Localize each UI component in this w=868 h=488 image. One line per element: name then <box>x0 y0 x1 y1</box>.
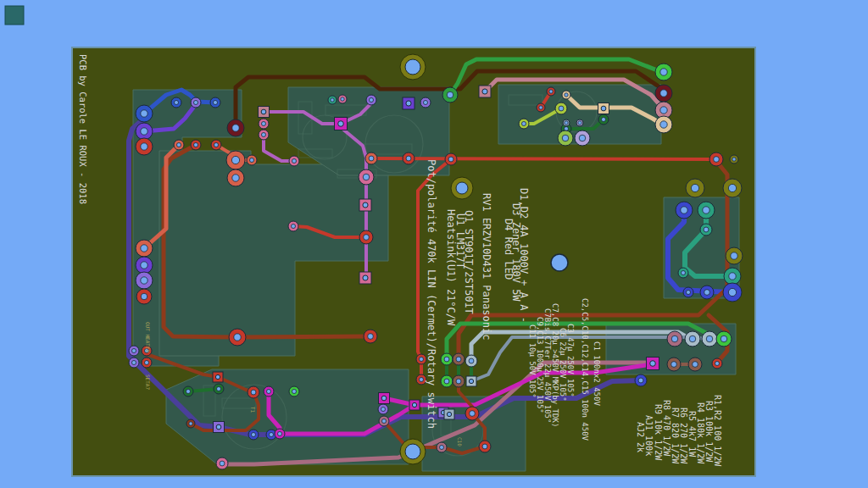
pad-hole <box>703 207 709 214</box>
pad-hole <box>456 379 461 384</box>
pad-hole <box>269 432 273 436</box>
pad-hole <box>562 135 569 141</box>
pad-hole <box>193 142 198 147</box>
pad-hole <box>638 378 643 383</box>
pad-hole <box>578 121 581 125</box>
pad-hole <box>338 121 344 127</box>
pad-hole <box>261 109 266 114</box>
pad-hole <box>174 100 178 104</box>
pad-hole <box>144 360 148 364</box>
pad-hole <box>381 407 385 411</box>
pad-hole <box>704 227 709 232</box>
mounting-hole <box>456 182 468 194</box>
pad-hole <box>521 121 526 125</box>
pad-hole <box>444 357 449 362</box>
pad-hole <box>448 157 453 162</box>
board-label: Q1 ST901T/2ST501T <box>463 210 475 314</box>
pad-hole <box>251 390 256 395</box>
board-label: OUT HEATER <box>145 322 151 353</box>
pad-hole <box>729 273 736 280</box>
pad-hole <box>216 424 221 430</box>
pcb-canvas: PCB by Carole LE ROUX - 2018 Pot/polarit… <box>0 0 868 488</box>
pad-hole <box>141 128 147 135</box>
pad-hole <box>406 156 411 161</box>
pad-hole <box>715 361 719 365</box>
pad-hole <box>363 202 368 208</box>
pad-hole <box>565 93 568 97</box>
board-label: C11 10µ 50V 105° <box>528 324 537 398</box>
board-label: PCB by Carole LE ROUX - 2018 <box>78 54 88 204</box>
pad-hole <box>369 156 374 161</box>
pad-hole <box>141 110 147 117</box>
pad-hole <box>693 362 698 368</box>
pad-hole <box>470 411 476 417</box>
pad-hole <box>482 444 487 449</box>
pad-hole <box>213 100 217 104</box>
pad-hole <box>728 184 736 191</box>
pad-hole <box>341 97 344 101</box>
pad-hole <box>189 422 192 425</box>
board-label: SETA7 <box>145 374 151 390</box>
pad-hole <box>549 90 553 93</box>
pad-hole <box>539 106 542 109</box>
board-label: C2,C5,C10,C12,C14,C15 100n 450V <box>581 298 589 441</box>
trace <box>371 158 716 159</box>
pad-hole <box>482 89 487 94</box>
pad-hole <box>689 336 696 342</box>
mounting-hole <box>405 59 420 75</box>
pad-hole <box>447 92 453 98</box>
pad-hole <box>444 379 449 384</box>
pad-hole <box>731 252 737 259</box>
pad-hole <box>601 106 606 111</box>
pad-hole <box>141 143 147 150</box>
pad-hole <box>363 174 370 180</box>
pad-hole <box>291 224 295 228</box>
board-label: T1 <box>250 407 256 413</box>
pad-hole <box>249 158 253 162</box>
pcb-viewer-screen: PCB by Carole LE ROUX - 2018 Pot/polarit… <box>0 0 868 488</box>
pad-hole <box>447 412 451 416</box>
pad-hole <box>671 336 678 342</box>
origin-marker <box>5 6 24 25</box>
pad-hole <box>412 402 416 407</box>
pad-hole <box>381 419 386 423</box>
board-label: R9 10k 1/2W <box>654 404 663 461</box>
pad-hole <box>215 374 220 379</box>
pad-hole <box>714 157 720 163</box>
pad-hole <box>141 245 147 252</box>
pad-hole <box>660 90 667 97</box>
pad-hole <box>141 293 147 300</box>
pad-hole <box>691 184 698 191</box>
pad-hole <box>131 360 136 364</box>
pad-hole <box>141 277 147 284</box>
pad-hole <box>216 386 220 391</box>
pad-hole <box>369 97 373 102</box>
pad-hole <box>232 125 239 131</box>
mounting-hole <box>405 444 420 459</box>
pad-hole <box>220 461 225 466</box>
pad-hole <box>131 348 136 352</box>
pad-hole <box>423 100 427 104</box>
pad-hole <box>261 121 265 125</box>
pad-hole <box>186 389 190 393</box>
pad-hole <box>368 334 374 340</box>
pad-hole <box>292 158 296 163</box>
board-label: Pot/polarité 470k LIN (Cermet)/Rotary sw… <box>426 159 437 429</box>
pad-hole <box>292 389 296 393</box>
pad-hole <box>381 396 387 401</box>
pad-hole <box>601 117 605 121</box>
pad-hole <box>261 132 265 136</box>
pad-hole <box>176 142 181 147</box>
pad-hole <box>439 445 443 449</box>
pad-hole <box>681 270 685 274</box>
pad-hole <box>469 379 473 383</box>
pad-hole <box>721 336 727 342</box>
board-label: RV1 ERZV10D431 Panasonic <box>481 193 492 340</box>
pad-hole <box>660 121 667 128</box>
pad-hole <box>704 290 710 296</box>
copper-zone <box>166 369 409 464</box>
pad-hole <box>266 389 270 393</box>
board-label: C10 <box>457 437 463 446</box>
pad-hole <box>251 432 255 436</box>
pad-hole <box>231 156 239 164</box>
